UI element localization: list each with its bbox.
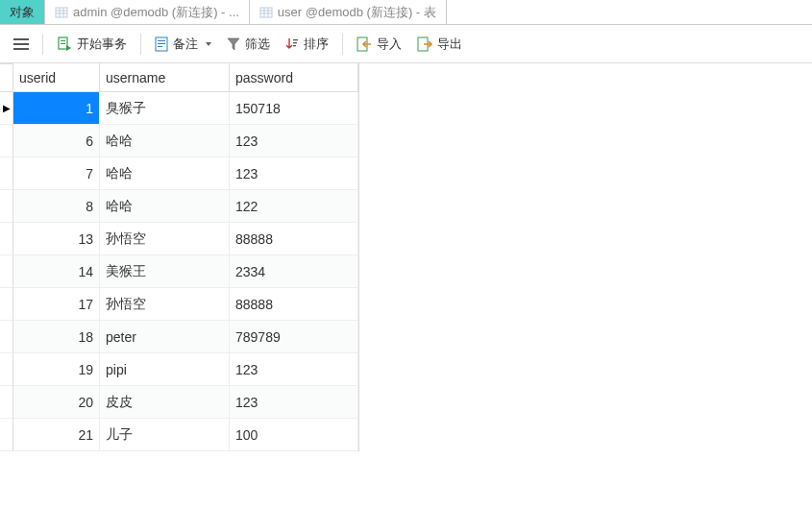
cell-username[interactable]: 哈哈 xyxy=(100,190,230,222)
gutter-header[interactable] xyxy=(0,63,13,92)
cell-username[interactable]: 儿子 xyxy=(100,419,230,450)
cell-value: 儿子 xyxy=(106,426,133,444)
table-row[interactable]: 17孙悟空88888 xyxy=(13,288,358,321)
row-gutter-cell[interactable] xyxy=(0,223,13,255)
table-row[interactable]: 13孙悟空88888 xyxy=(13,223,358,255)
svg-rect-12 xyxy=(13,48,29,50)
sort-button[interactable]: 排序 xyxy=(280,32,334,57)
cell-value: 14 xyxy=(78,264,93,279)
cell-username[interactable]: 哈哈 xyxy=(100,125,230,157)
cell-password[interactable]: 123 xyxy=(230,386,358,418)
cell-userid[interactable]: 6 xyxy=(13,125,100,157)
column-header-username[interactable]: username xyxy=(100,63,230,91)
table-row[interactable]: 14美猴王2334 xyxy=(13,255,358,288)
row-gutter-cell[interactable] xyxy=(0,255,13,288)
tab-objects[interactable]: 对象 xyxy=(0,0,45,24)
row-gutter-cell[interactable] xyxy=(0,190,13,223)
cell-username[interactable]: 皮皮 xyxy=(100,386,230,418)
column-label: userid xyxy=(19,70,56,85)
sort-icon xyxy=(285,37,299,51)
cell-username[interactable]: 臭猴子 xyxy=(100,92,230,124)
cell-value: 88888 xyxy=(235,231,273,247)
menu-button[interactable] xyxy=(8,34,35,55)
row-gutter-cell[interactable] xyxy=(0,288,13,321)
cell-password[interactable]: 122 xyxy=(230,190,358,222)
cell-value: 100 xyxy=(235,427,258,443)
row-gutter-cell[interactable]: ▶ xyxy=(0,92,13,125)
cell-value: 孙悟空 xyxy=(106,296,146,313)
export-button[interactable]: 导出 xyxy=(411,32,468,57)
table-icon xyxy=(259,6,273,19)
import-button[interactable]: 导入 xyxy=(351,32,407,57)
toolbar-label: 筛选 xyxy=(245,36,270,53)
cell-value: 19 xyxy=(78,362,93,377)
cell-username[interactable]: 美猴王 xyxy=(100,255,230,287)
cell-password[interactable]: 88888 xyxy=(230,223,358,254)
cell-password[interactable]: 100 xyxy=(230,419,358,450)
table-row[interactable]: 19pipi123 xyxy=(13,353,358,386)
cell-password[interactable]: 123 xyxy=(230,353,358,385)
cell-username[interactable]: peter xyxy=(100,321,230,352)
column-header-password[interactable]: password xyxy=(230,63,358,91)
cell-value: 哈哈 xyxy=(106,198,133,215)
row-gutter-cell[interactable] xyxy=(0,353,13,386)
cell-userid[interactable]: 21 xyxy=(13,419,100,450)
cell-value: 6 xyxy=(86,133,93,149)
table-row[interactable]: 8哈哈122 xyxy=(13,190,358,223)
tab-admin[interactable]: admin @demodb (新连接) - ... xyxy=(45,0,250,24)
filter-button[interactable]: 筛选 xyxy=(221,32,276,57)
cell-username[interactable]: pipi xyxy=(100,353,230,385)
cell-userid[interactable]: 1 xyxy=(13,92,100,124)
table-row[interactable]: 7哈哈123 xyxy=(13,157,358,190)
cell-userid[interactable]: 13 xyxy=(13,223,100,254)
tab-user[interactable]: user @demodb (新连接) - 表 xyxy=(250,0,447,24)
svg-rect-5 xyxy=(260,8,272,17)
svg-rect-21 xyxy=(293,42,297,43)
cell-userid[interactable]: 17 xyxy=(13,288,100,320)
toolbar-label: 导出 xyxy=(437,36,462,53)
cell-userid[interactable]: 7 xyxy=(13,157,100,189)
table-row[interactable]: 6哈哈123 xyxy=(13,125,358,157)
cell-userid[interactable]: 19 xyxy=(13,353,100,385)
memo-button[interactable]: 备注 xyxy=(149,32,217,57)
row-gutter-cell[interactable] xyxy=(0,321,13,353)
cell-userid[interactable]: 14 xyxy=(13,255,100,287)
cell-password[interactable]: 2334 xyxy=(230,255,358,287)
row-gutter-cell[interactable] xyxy=(0,125,13,157)
cell-userid[interactable]: 18 xyxy=(13,321,100,352)
svg-rect-15 xyxy=(61,43,65,44)
cell-password[interactable]: 150718 xyxy=(230,92,358,124)
cell-password[interactable]: 123 xyxy=(230,157,358,189)
cell-username[interactable]: 孙悟空 xyxy=(100,223,230,254)
toolbar-label: 开始事务 xyxy=(77,36,127,53)
table-row[interactable]: 21儿子100 xyxy=(13,419,358,451)
cell-password[interactable]: 88888 xyxy=(230,288,358,320)
table-row[interactable]: 18peter789789 xyxy=(13,321,358,353)
cell-username[interactable]: 哈哈 xyxy=(100,157,230,189)
tab-label: user @demodb (新连接) - 表 xyxy=(278,4,436,21)
cell-userid[interactable]: 20 xyxy=(13,386,100,418)
toolbar-label: 备注 xyxy=(173,36,198,53)
row-gutter-cell[interactable] xyxy=(0,386,13,419)
row-gutter-cell[interactable] xyxy=(0,419,13,451)
cell-username[interactable]: 孙悟空 xyxy=(100,288,230,320)
begin-transaction-button[interactable]: 开始事务 xyxy=(51,32,133,57)
table-row[interactable]: 1臭猴子150718 xyxy=(13,92,358,125)
cell-value: 8 xyxy=(86,199,93,214)
column-header-userid[interactable]: userid xyxy=(13,63,100,91)
cell-value: 789789 xyxy=(235,329,281,345)
cell-password[interactable]: 789789 xyxy=(230,321,358,352)
table-row[interactable]: 20皮皮123 xyxy=(13,386,358,419)
svg-rect-19 xyxy=(158,46,162,47)
separator xyxy=(342,34,343,55)
svg-rect-18 xyxy=(158,43,165,44)
table-icon xyxy=(55,6,68,19)
cell-password[interactable]: 123 xyxy=(230,125,358,157)
row-gutter-cell[interactable] xyxy=(0,157,13,190)
cell-value: 1 xyxy=(86,101,93,116)
cell-value: 哈哈 xyxy=(106,165,133,182)
cell-value: 17 xyxy=(78,297,93,312)
cell-userid[interactable]: 8 xyxy=(13,190,100,222)
funnel-icon xyxy=(227,37,240,51)
cell-value: pipi xyxy=(106,362,127,377)
